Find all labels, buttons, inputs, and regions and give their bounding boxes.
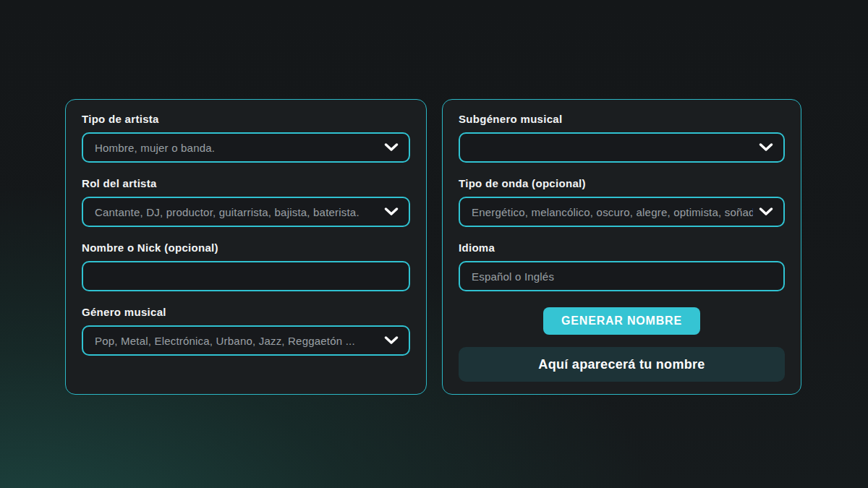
result-text: Aquí aparecerá tu nombre (538, 357, 705, 372)
rol-del-artista-placeholder: Cantante, DJ, productor, guitarrista, ba… (95, 206, 378, 218)
generar-nombre-button[interactable]: GENERAR NOMBRE (543, 307, 700, 335)
field-tipo-de-onda: Tipo de onda (opcional) Energético, mela… (459, 176, 785, 227)
idioma-label: Idioma (459, 241, 785, 254)
tipo-de-artista-placeholder: Hombre, mujer o banda. (95, 142, 378, 154)
genero-musical-select[interactable]: Pop, Metal, Electrónica, Urbano, Jazz, R… (82, 325, 410, 356)
field-tipo-de-artista: Tipo de artista Hombre, mujer o banda. (82, 112, 410, 163)
rol-del-artista-select[interactable]: Cantante, DJ, productor, guitarrista, ba… (82, 197, 410, 227)
field-idioma: Idioma (459, 241, 785, 291)
page-background: Tipo de artista Hombre, mujer o banda. R… (0, 0, 868, 488)
right-form-panel: Subgénero musical Tipo de onda (opcional… (442, 99, 801, 395)
chevron-down-icon (384, 143, 399, 152)
result-box: Aquí aparecerá tu nombre (459, 347, 785, 382)
chevron-down-icon (759, 143, 773, 152)
chevron-down-icon (384, 336, 399, 345)
field-genero-musical: Género musical Pop, Metal, Electrónica, … (82, 305, 410, 356)
field-nombre-o-nick: Nombre o Nick (opcional) (82, 241, 410, 291)
idioma-input[interactable] (459, 261, 785, 291)
tipo-de-onda-placeholder: Energético, melancólico, oscuro, alegre,… (472, 206, 753, 218)
form-panels: Tipo de artista Hombre, mujer o banda. R… (65, 99, 801, 395)
subgenero-musical-label: Subgénero musical (459, 112, 785, 126)
left-form-panel: Tipo de artista Hombre, mujer o banda. R… (65, 99, 427, 395)
nombre-o-nick-input[interactable] (82, 261, 410, 291)
rol-del-artista-label: Rol del artista (82, 176, 410, 190)
field-rol-del-artista: Rol del artista Cantante, DJ, productor,… (82, 176, 410, 227)
tipo-de-onda-select[interactable]: Energético, melancólico, oscuro, alegre,… (459, 197, 785, 227)
tipo-de-artista-select[interactable]: Hombre, mujer o banda. (82, 132, 410, 163)
chevron-down-icon (759, 207, 773, 216)
nombre-o-nick-label: Nombre o Nick (opcional) (82, 241, 410, 254)
subgenero-musical-select[interactable] (459, 132, 785, 163)
chevron-down-icon (384, 207, 399, 216)
tipo-de-onda-label: Tipo de onda (opcional) (459, 176, 785, 190)
genero-musical-label: Género musical (82, 305, 410, 319)
field-subgenero-musical: Subgénero musical (459, 112, 785, 163)
genero-musical-placeholder: Pop, Metal, Electrónica, Urbano, Jazz, R… (95, 335, 378, 347)
tipo-de-artista-label: Tipo de artista (82, 112, 410, 126)
